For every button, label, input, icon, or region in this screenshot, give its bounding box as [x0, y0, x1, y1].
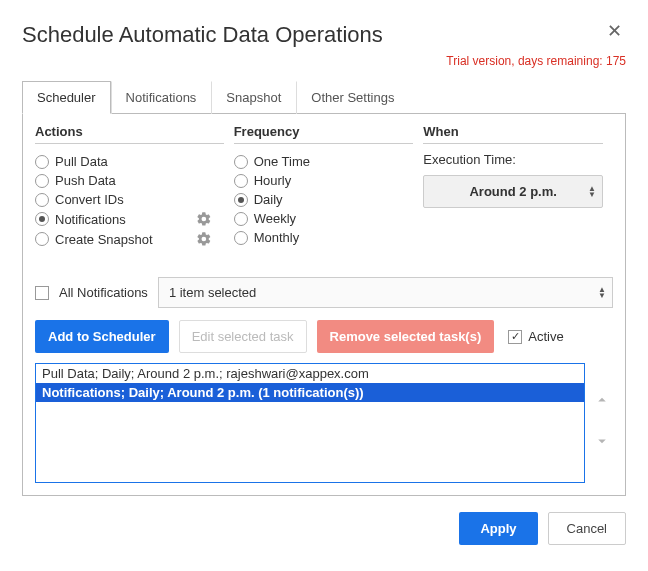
radio-icon — [35, 193, 49, 207]
schedule-dialog: Schedule Automatic Data Operations ✕ Tri… — [0, 0, 648, 563]
tab-other-settings[interactable]: Other Settings — [296, 81, 409, 114]
freq-label: One Time — [254, 154, 310, 169]
radio-icon — [234, 193, 248, 207]
freq-label: Daily — [254, 192, 283, 207]
freq-hourly[interactable]: Hourly — [234, 171, 414, 190]
freq-daily[interactable]: Daily — [234, 190, 414, 209]
action-label: Pull Data — [55, 154, 108, 169]
active-label: Active — [528, 329, 563, 344]
execution-time-select[interactable]: Around 2 p.m. ▲▼ — [423, 175, 603, 208]
task-row[interactable]: Notifications; Daily; Around 2 p.m. (1 n… — [36, 383, 584, 402]
remove-selected-tasks-button[interactable]: Remove selected task(s) — [317, 320, 495, 353]
gear-icon[interactable] — [196, 231, 212, 247]
freq-label: Weekly — [254, 211, 296, 226]
action-push-data[interactable]: Push Data — [35, 171, 224, 190]
action-notifications[interactable]: Notifications — [35, 209, 224, 229]
freq-label: Hourly — [254, 173, 292, 188]
add-to-scheduler-button[interactable]: Add to Scheduler — [35, 320, 169, 353]
frequency-heading: Frequency — [234, 124, 414, 144]
notifications-select-value: 1 item selected — [169, 285, 256, 300]
action-label: Push Data — [55, 173, 116, 188]
action-label: Notifications — [55, 212, 126, 227]
active-checkbox[interactable] — [508, 330, 522, 344]
when-heading: When — [423, 124, 603, 144]
radio-icon — [234, 212, 248, 226]
stepper-arrows-icon: ▲▼ — [588, 186, 596, 198]
action-label: Convert IDs — [55, 192, 124, 207]
notifications-select[interactable]: 1 item selected ▲▼ — [158, 277, 613, 308]
radio-icon — [35, 155, 49, 169]
action-convert-ids[interactable]: Convert IDs — [35, 190, 224, 209]
action-create-snapshot[interactable]: Create Snapshot — [35, 229, 224, 249]
tab-scheduler[interactable]: Scheduler — [22, 81, 111, 114]
freq-weekly[interactable]: Weekly — [234, 209, 414, 228]
execution-time-value: Around 2 p.m. — [469, 184, 556, 199]
cancel-button[interactable]: Cancel — [548, 512, 626, 545]
tab-notifications[interactable]: Notifications — [111, 81, 212, 114]
move-down-button[interactable] — [593, 432, 611, 455]
gear-icon[interactable] — [196, 211, 212, 227]
move-up-button[interactable] — [593, 391, 611, 414]
radio-icon — [234, 155, 248, 169]
tab-bar: Scheduler Notifications Snapshot Other S… — [22, 80, 626, 114]
edit-selected-task-button[interactable]: Edit selected task — [179, 320, 307, 353]
action-label: Create Snapshot — [55, 232, 153, 247]
radio-icon — [35, 232, 49, 246]
actions-heading: Actions — [35, 124, 224, 144]
tab-snapshot[interactable]: Snapshot — [211, 81, 296, 114]
freq-label: Monthly — [254, 230, 300, 245]
tasks-listbox[interactable]: Pull Data; Daily; Around 2 p.m.; rajeshw… — [35, 363, 585, 483]
action-pull-data[interactable]: Pull Data — [35, 152, 224, 171]
stepper-arrows-icon: ▲▼ — [598, 287, 606, 299]
radio-icon — [35, 174, 49, 188]
radio-icon — [234, 174, 248, 188]
dialog-title: Schedule Automatic Data Operations — [22, 22, 383, 48]
apply-button[interactable]: Apply — [459, 512, 537, 545]
all-notifications-label: All Notifications — [59, 285, 148, 300]
scheduler-panel: Actions Pull Data Push Data Convert IDs … — [22, 114, 626, 496]
freq-one-time[interactable]: One Time — [234, 152, 414, 171]
freq-monthly[interactable]: Monthly — [234, 228, 414, 247]
execution-time-label: Execution Time: — [423, 152, 603, 167]
close-icon[interactable]: ✕ — [603, 18, 626, 44]
all-notifications-checkbox[interactable] — [35, 286, 49, 300]
radio-icon — [234, 231, 248, 245]
trial-notice: Trial version, days remaining: 175 — [22, 54, 626, 68]
radio-icon — [35, 212, 49, 226]
task-row[interactable]: Pull Data; Daily; Around 2 p.m.; rajeshw… — [36, 364, 584, 383]
